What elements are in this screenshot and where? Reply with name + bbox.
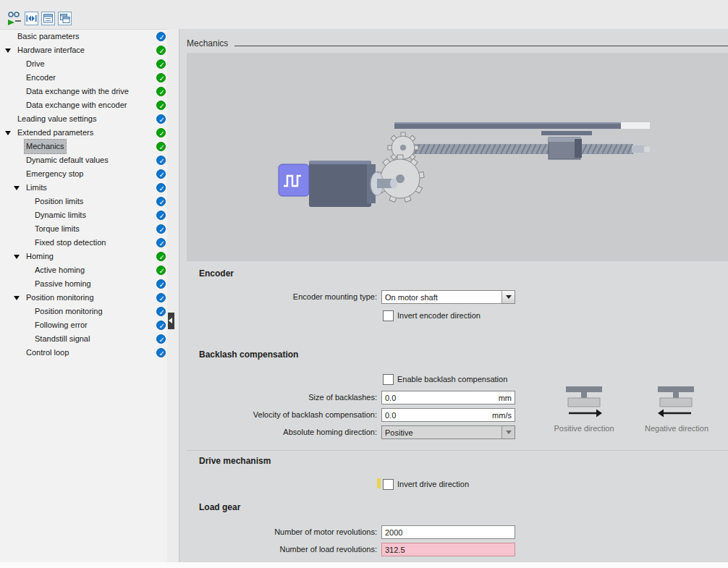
sidebar-item-position-limits[interactable]: Position limits bbox=[0, 195, 167, 208]
window-list-glyph bbox=[42, 12, 54, 25]
swap-arrows-glyph bbox=[25, 12, 38, 25]
sidebar-item-active-homing[interactable]: Active homing bbox=[0, 263, 167, 277]
swap-arrows-icon[interactable] bbox=[25, 12, 38, 25]
sidebar-item-following-error[interactable]: Following error bbox=[0, 318, 167, 332]
axis-configuration-window: { "colors": { "status_green": "#00a300",… bbox=[0, 0, 728, 568]
chevron-down-icon bbox=[506, 295, 512, 299]
status-check-icon bbox=[156, 224, 166, 234]
invert-drive-checkbox[interactable] bbox=[383, 479, 394, 490]
status-check-icon bbox=[156, 114, 166, 124]
sidebar-item-label: Dynamic limits bbox=[33, 208, 88, 222]
bottom-strip bbox=[0, 562, 728, 568]
big-gear-icon bbox=[376, 155, 424, 202]
sidebar-item-standstill-signal[interactable]: Standstill signal bbox=[0, 332, 167, 346]
sidebar-item-extended-parameters[interactable]: Extended parameters bbox=[0, 126, 167, 140]
lead-screw bbox=[409, 144, 633, 154]
sidebar-item-torque-limits[interactable]: Torque limits bbox=[0, 222, 167, 236]
sidebar-item-label: Drive bbox=[25, 57, 46, 71]
encoder-section-header: Encoder bbox=[199, 268, 234, 279]
load-gear-header: Load gear bbox=[199, 502, 240, 512]
sidebar-item-label: Data exchange with the drive bbox=[25, 85, 130, 98]
sidebar-item-position-monitoring[interactable]: Position monitoring bbox=[0, 305, 167, 318]
positive-direction-illustration: Positive direction bbox=[553, 382, 615, 433]
status-check-icon bbox=[156, 156, 166, 165]
sidebar-item-limits[interactable]: Limits bbox=[0, 181, 167, 195]
sidebar-item-leading-value-settings[interactable]: Leading value settings bbox=[0, 112, 167, 126]
status-check-icon bbox=[156, 73, 166, 82]
axis-mechanics-diagram bbox=[187, 53, 728, 261]
sidebar-item-homing[interactable]: Homing bbox=[0, 250, 167, 263]
status-check-icon bbox=[156, 307, 166, 316]
sidebar-item-label: Standstill signal bbox=[33, 332, 91, 346]
invert-encoder-label: Invert encoder direction bbox=[397, 311, 481, 320]
load-revolutions-input[interactable]: 312.5 bbox=[381, 543, 515, 556]
backlash-size-value: 0.0 bbox=[382, 394, 499, 402]
load-revolutions-label: Number of load revolutions: bbox=[187, 545, 377, 554]
positive-direction-caption: Positive direction bbox=[553, 424, 615, 433]
invert-drive-row: Invert drive direction bbox=[187, 478, 728, 491]
enable-backlash-checkbox[interactable] bbox=[383, 374, 394, 385]
sidebar-item-data-exchange-drive[interactable]: Data exchange with the drive bbox=[0, 85, 167, 98]
negative-direction-caption: Negative direction bbox=[645, 424, 707, 433]
sidebar-item-position-monitoring-group[interactable]: Position monitoring bbox=[0, 291, 167, 305]
sidebar-item-emergency-stop[interactable]: Emergency stop bbox=[0, 167, 167, 181]
negative-direction-icon bbox=[651, 382, 701, 420]
sidebar-item-label: Position monitoring bbox=[25, 291, 96, 305]
expand-triangle-icon[interactable] bbox=[5, 131, 11, 135]
sidebar-item-label: Extended parameters bbox=[16, 126, 95, 140]
window-stack-icon[interactable] bbox=[58, 12, 72, 25]
mechanics-diagram-panel bbox=[187, 53, 728, 261]
status-check-icon bbox=[156, 334, 166, 344]
status-check-icon bbox=[156, 142, 166, 151]
sidebar-item-dynamic-limits[interactable]: Dynamic limits bbox=[0, 208, 167, 222]
trace-icon[interactable] bbox=[6, 11, 23, 26]
sidebar-item-control-loop[interactable]: Control loop bbox=[0, 346, 167, 360]
status-check-icon bbox=[156, 348, 166, 357]
motor-revolutions-input[interactable]: 2000 bbox=[381, 525, 515, 539]
positive-direction-icon bbox=[559, 382, 609, 420]
sidebar-item-label: Leading value settings bbox=[16, 112, 98, 126]
status-check-icon bbox=[156, 279, 166, 289]
sidebar-item-label: Position limits bbox=[33, 195, 85, 208]
sidebar-item-label: Fixed stop detection bbox=[33, 236, 107, 250]
status-check-icon bbox=[156, 169, 166, 179]
window-list-icon[interactable] bbox=[41, 12, 55, 25]
expand-triangle-icon[interactable] bbox=[5, 48, 11, 53]
sidebar-item-label: Data exchange with encoder bbox=[25, 98, 128, 112]
expand-triangle-icon[interactable] bbox=[14, 186, 20, 190]
status-check-icon bbox=[156, 32, 166, 41]
status-check-icon bbox=[156, 46, 166, 55]
backlash-velocity-label: Velocity of backlash compensation: bbox=[187, 410, 377, 419]
collapse-pane-handle[interactable] bbox=[168, 313, 174, 329]
page-title: Mechanics bbox=[187, 38, 228, 48]
expand-triangle-icon[interactable] bbox=[14, 255, 20, 259]
sidebar-item-data-exchange-encoder[interactable]: Data exchange with encoder bbox=[0, 98, 167, 112]
backlash-velocity-input[interactable]: 0.0 mm/s bbox=[381, 408, 515, 422]
sidebar-item-encoder[interactable]: Encoder bbox=[0, 71, 167, 85]
sidebar-item-basic-parameters[interactable]: Basic parameters bbox=[0, 30, 167, 43]
homing-direction-dropdown[interactable]: Positive bbox=[381, 425, 515, 439]
sidebar-item-passive-homing[interactable]: Passive homing bbox=[0, 277, 167, 291]
sidebar-item-hardware-interface[interactable]: Hardware interface bbox=[0, 43, 167, 57]
sidebar-item-label: Position monitoring bbox=[33, 305, 104, 318]
sidebar-item-mechanics[interactable]: Mechanics bbox=[0, 140, 167, 153]
sidebar-item-label: Mechanics bbox=[25, 140, 66, 153]
expand-triangle-icon[interactable] bbox=[14, 296, 20, 300]
group-separator bbox=[187, 450, 728, 451]
sidebar-item-label: Hardware interface bbox=[16, 43, 86, 57]
backlash-size-unit: mm bbox=[499, 394, 515, 402]
backlash-velocity-unit: mm/s bbox=[492, 411, 515, 420]
sidebar-item-drive[interactable]: Drive bbox=[0, 57, 167, 71]
sidebar-item-fixed-stop-detection[interactable]: Fixed stop detection bbox=[0, 236, 167, 250]
dropdown-button[interactable] bbox=[501, 426, 515, 438]
dropdown-button[interactable] bbox=[501, 291, 515, 303]
sidebar-item-dynamic-default-values[interactable]: Dynamic default values bbox=[0, 153, 167, 167]
invert-encoder-checkbox[interactable] bbox=[383, 310, 394, 321]
invert-drive-label: Invert drive direction bbox=[397, 480, 469, 488]
config-tree: Basic parameters Hardware interface Driv… bbox=[0, 29, 167, 562]
pane-splitter[interactable] bbox=[167, 29, 179, 562]
backlash-size-input[interactable]: 0.0 mm bbox=[381, 391, 515, 404]
encoder-mounting-dropdown[interactable]: On motor shaft bbox=[381, 290, 515, 304]
sidebar-item-label: Limits bbox=[25, 181, 48, 195]
status-check-icon bbox=[156, 197, 166, 206]
